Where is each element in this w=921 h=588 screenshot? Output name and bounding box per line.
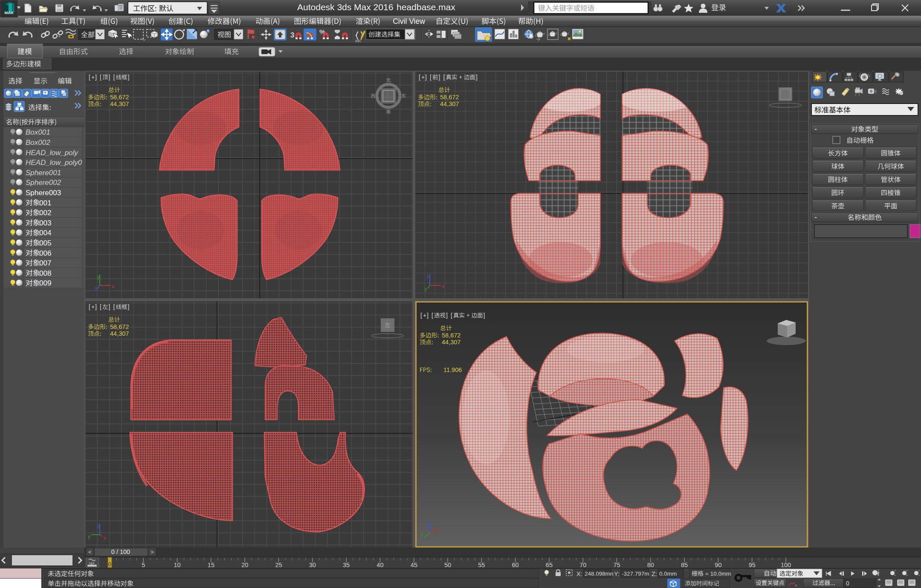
- svg-text:10: 10: [174, 562, 181, 568]
- svg-text:65: 65: [546, 562, 553, 568]
- svg-text:]: ]: [425, 74, 427, 81]
- svg-text:35: 35: [343, 562, 350, 568]
- svg-text:Z:: Z:: [652, 571, 657, 577]
- svg-text:Civil View: Civil View: [393, 17, 425, 26]
- svg-text:<: <: [88, 549, 92, 555]
- svg-text:58,672: 58,672: [440, 94, 459, 101]
- svg-text:+: +: [421, 74, 425, 81]
- svg-text:]: ]: [128, 74, 130, 81]
- svg-text:+: +: [91, 303, 95, 310]
- svg-text:x: x: [103, 535, 106, 541]
- svg-text:]: ]: [95, 74, 97, 81]
- svg-text:248.098mn: 248.098mn: [585, 571, 614, 577]
- svg-text:009: 009: [39, 279, 51, 287]
- svg-text:0: 0: [846, 580, 849, 587]
- svg-text:]: ]: [484, 312, 485, 319]
- svg-text:[: [: [100, 303, 101, 310]
- svg-text:55: 55: [478, 562, 485, 568]
- svg-text:005: 005: [39, 239, 51, 247]
- svg-text:]: ]: [446, 312, 448, 319]
- svg-text:x: x: [437, 527, 440, 533]
- svg-text:008: 008: [39, 269, 51, 277]
- svg-text:5: 5: [142, 562, 145, 568]
- svg-text:[: [: [419, 74, 420, 81]
- svg-text:[: [: [432, 312, 433, 319]
- svg-text:[: [: [89, 303, 90, 310]
- svg-text:50: 50: [444, 562, 451, 568]
- svg-text:100: 100: [781, 562, 791, 568]
- svg-text:003: 003: [39, 219, 51, 227]
- svg-text:z: z: [426, 274, 429, 280]
- svg-text:-327.797m: -327.797m: [622, 571, 649, 577]
- svg-text:Sphere002: Sphere002: [26, 179, 61, 187]
- svg-text:]: ]: [128, 303, 130, 310]
- svg-text:MAX: MAX: [4, 10, 14, 15]
- svg-text:60: 60: [512, 562, 519, 568]
- svg-text:95: 95: [749, 562, 756, 568]
- svg-text:headbase.max: headbase.max: [397, 2, 455, 12]
- svg-text:]: ]: [109, 74, 110, 81]
- svg-text:44,307: 44,307: [110, 101, 129, 107]
- svg-text:[: [: [100, 74, 101, 81]
- svg-text:y: y: [97, 274, 100, 280]
- svg-text:]: ]: [476, 74, 478, 81]
- svg-text:[: [: [443, 74, 445, 81]
- svg-text:44,307: 44,307: [442, 339, 460, 346]
- svg-text:0.0mm: 0.0mm: [659, 571, 677, 577]
- svg-text:30: 30: [309, 562, 316, 568]
- svg-text:Autodesk 3ds Max 2016: Autodesk 3ds Max 2016: [297, 2, 393, 12]
- svg-text:HEAD_low_poly0: HEAD_low_poly0: [26, 159, 82, 167]
- svg-text:y: y: [424, 285, 427, 292]
- svg-text:y: y: [420, 531, 423, 537]
- svg-text:58,672: 58,672: [442, 332, 460, 339]
- svg-text:Box001: Box001: [26, 128, 50, 136]
- svg-text:[: [: [113, 74, 115, 81]
- svg-text:20: 20: [241, 562, 248, 568]
- svg-text:Box002: Box002: [26, 138, 50, 147]
- svg-text:[: [: [89, 74, 90, 81]
- svg-text:>: >: [151, 549, 154, 555]
- svg-text:-: -: [814, 213, 817, 222]
- svg-text:[: [: [420, 312, 422, 319]
- svg-text:0 / 100: 0 / 100: [111, 548, 130, 555]
- svg-text:+: +: [91, 74, 95, 81]
- svg-text:+: +: [423, 312, 426, 319]
- svg-text:x: x: [442, 283, 445, 289]
- svg-text:Sphere003: Sphere003: [26, 189, 61, 197]
- svg-text:[: [: [113, 303, 115, 310]
- svg-text:006: 006: [39, 249, 51, 257]
- svg-text:X:: X:: [576, 571, 582, 577]
- svg-text:75: 75: [613, 562, 620, 568]
- svg-text:44,307: 44,307: [110, 330, 129, 337]
- svg-text:001: 001: [39, 199, 51, 207]
- svg-text:70: 70: [579, 562, 586, 568]
- svg-text:[: [: [451, 312, 452, 319]
- svg-text:y: y: [88, 533, 91, 539]
- svg-text:[: [: [430, 74, 432, 81]
- svg-text:40: 40: [377, 562, 383, 568]
- svg-text:Sphere001: Sphere001: [26, 169, 61, 177]
- svg-text:z: z: [95, 285, 98, 292]
- svg-text:15: 15: [208, 562, 214, 568]
- svg-text:= 10.0mm: = 10.0mm: [705, 571, 731, 577]
- svg-text:Y:: Y:: [614, 571, 620, 577]
- svg-text:25: 25: [275, 562, 282, 568]
- svg-text:]: ]: [439, 74, 440, 81]
- svg-text:HEAD_low_poly: HEAD_low_poly: [26, 149, 78, 157]
- svg-text:]: ]: [109, 303, 110, 310]
- svg-text:45: 45: [411, 562, 417, 568]
- svg-text:-: -: [814, 125, 817, 133]
- svg-text:002: 002: [39, 209, 51, 217]
- svg-text:11.906: 11.906: [443, 366, 462, 373]
- svg-text:z: z: [97, 523, 100, 529]
- svg-text:007: 007: [39, 259, 51, 267]
- svg-text:90: 90: [715, 562, 721, 568]
- svg-text:3: 3: [290, 31, 294, 39]
- svg-text:]: ]: [427, 312, 429, 319]
- svg-text:85: 85: [681, 562, 688, 568]
- svg-text:x: x: [112, 283, 115, 289]
- svg-text:58,672: 58,672: [110, 94, 129, 101]
- svg-text:80: 80: [647, 562, 654, 568]
- svg-text:44,307: 44,307: [440, 101, 459, 107]
- svg-text:58,672: 58,672: [110, 323, 129, 330]
